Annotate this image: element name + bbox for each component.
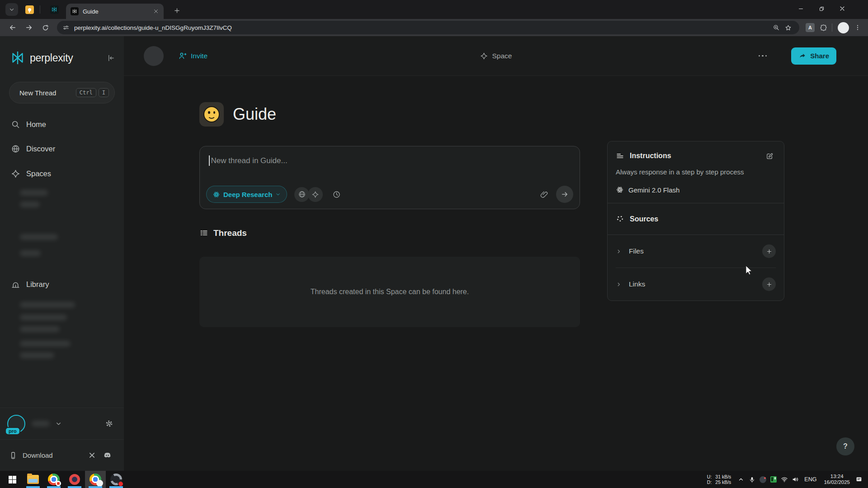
help-button[interactable]: ? bbox=[836, 437, 854, 455]
attach-file-button[interactable] bbox=[536, 187, 552, 202]
sidebar-item-home[interactable]: Home bbox=[6, 115, 118, 134]
address-bar[interactable]: perplexity.ai/collections/guide-u_nDISGg… bbox=[57, 21, 799, 34]
globe-icon bbox=[298, 190, 306, 198]
redacted-thread-title bbox=[20, 302, 75, 308]
composer-input[interactable]: New thread in Guide... bbox=[209, 155, 288, 166]
sidebar-collapse-button[interactable] bbox=[104, 51, 118, 65]
space-emoji-button[interactable] bbox=[199, 102, 224, 127]
more-options-button[interactable] bbox=[755, 52, 771, 61]
invite-button[interactable]: Invite bbox=[178, 52, 208, 60]
window-close-button[interactable] bbox=[832, 0, 853, 17]
sidebar-item-library[interactable]: Library bbox=[6, 275, 118, 294]
model-name: Gemini 2.0 Flash bbox=[628, 186, 679, 194]
wifi-icon bbox=[781, 476, 788, 483]
sources-section[interactable]: Sources bbox=[608, 203, 784, 235]
edit-pencil-icon bbox=[766, 152, 774, 160]
reload-button[interactable] bbox=[38, 21, 52, 34]
history-button[interactable] bbox=[329, 187, 344, 202]
obs-icon bbox=[110, 474, 122, 485]
sidebar-item-label: Discover bbox=[26, 145, 55, 153]
extensions-button[interactable] bbox=[817, 22, 829, 33]
sidebar-item-discover[interactable]: Discover bbox=[6, 139, 118, 158]
folder-icon bbox=[27, 475, 39, 484]
space-search-toggle[interactable] bbox=[308, 187, 323, 202]
chevron-down-icon[interactable] bbox=[55, 420, 62, 427]
language-indicator[interactable]: ENG bbox=[804, 476, 816, 483]
user-account-row[interactable]: pro bbox=[0, 408, 124, 439]
add-file-button[interactable] bbox=[762, 244, 776, 258]
forward-button[interactable] bbox=[22, 21, 36, 34]
user-avatar[interactable]: pro bbox=[7, 415, 25, 433]
clock-widget[interactable]: 13:24 16/02/2025 bbox=[824, 474, 850, 486]
browser-menu-button[interactable] bbox=[852, 22, 863, 33]
chevron-up-icon bbox=[738, 476, 744, 483]
kebab-menu-icon bbox=[854, 24, 861, 31]
add-link-button[interactable] bbox=[762, 277, 776, 291]
network-speed-widget[interactable]: U:31 kB/s D:25 kB/s bbox=[707, 474, 731, 485]
toolbar-separator bbox=[832, 23, 832, 32]
tray-expand-button[interactable] bbox=[736, 473, 746, 486]
composer-controls: Deep Research bbox=[206, 185, 573, 203]
submit-button[interactable] bbox=[556, 186, 573, 203]
x-social-button[interactable] bbox=[84, 448, 99, 463]
brand-wordmark[interactable]: perplexity bbox=[30, 52, 104, 64]
extension-a-button[interactable]: A bbox=[806, 23, 815, 32]
space-breadcrumb[interactable]: Space bbox=[480, 52, 512, 60]
site-info-icon[interactable] bbox=[62, 24, 70, 31]
chevron-right-icon bbox=[616, 249, 622, 254]
tray-wifi[interactable] bbox=[779, 473, 790, 486]
search-icon bbox=[11, 120, 20, 129]
sparkle-icon bbox=[11, 169, 20, 178]
browser-profile-avatar[interactable] bbox=[838, 22, 849, 33]
taskbar-start-button[interactable] bbox=[2, 471, 23, 488]
window-restore-button[interactable] bbox=[811, 0, 832, 17]
url-text[interactable]: perplexity.ai/collections/guide-u_nDISGg… bbox=[74, 24, 770, 31]
smiley-emoji-icon bbox=[203, 106, 220, 122]
edit-instructions-button[interactable] bbox=[763, 150, 776, 162]
settings-button[interactable] bbox=[101, 416, 117, 432]
web-search-toggle[interactable] bbox=[294, 187, 309, 202]
tray-microphone[interactable] bbox=[746, 473, 757, 486]
back-button[interactable] bbox=[6, 21, 19, 34]
collaborator-avatar[interactable] bbox=[144, 46, 164, 66]
redacted-thread-title bbox=[20, 326, 60, 332]
space-details-panel: Instructions Always response in a step b… bbox=[607, 141, 784, 301]
bookmark-button[interactable] bbox=[782, 22, 794, 33]
window-minimize-button[interactable] bbox=[790, 0, 811, 17]
new-tab-button[interactable] bbox=[170, 4, 184, 17]
chrome-icon bbox=[48, 474, 60, 485]
share-button[interactable]: Share bbox=[791, 47, 836, 65]
download-link[interactable]: Download bbox=[23, 451, 84, 459]
pinned-tab-perplexity[interactable] bbox=[47, 2, 61, 17]
deep-research-mode-button[interactable]: Deep Research bbox=[206, 186, 287, 203]
tray-recorder-app[interactable] bbox=[757, 473, 768, 486]
zoom-button[interactable] bbox=[770, 22, 782, 33]
links-row[interactable]: Links bbox=[608, 268, 784, 300]
redacted-space-name bbox=[20, 234, 58, 240]
taskbar-chrome-active[interactable] bbox=[85, 471, 106, 488]
taskbar-file-explorer[interactable] bbox=[23, 471, 43, 488]
model-row[interactable]: Gemini 2.0 Flash bbox=[616, 186, 776, 194]
files-label: Files bbox=[629, 247, 644, 255]
windows-logo-icon bbox=[9, 476, 16, 483]
tray-volume[interactable] bbox=[790, 473, 801, 486]
sidebar-item-spaces[interactable]: Spaces bbox=[6, 164, 118, 183]
new-thread-composer[interactable]: New thread in Guide... Deep Research bbox=[199, 146, 580, 209]
tray-date: 16/02/2025 bbox=[824, 479, 850, 486]
perplexity-logo-icon[interactable] bbox=[10, 50, 25, 66]
taskbar-red-ring-app[interactable] bbox=[64, 471, 85, 488]
files-row[interactable]: Files bbox=[608, 235, 784, 267]
discord-social-button[interactable] bbox=[99, 448, 115, 463]
minimize-icon bbox=[797, 5, 804, 12]
tray-monitor-app[interactable] bbox=[768, 473, 779, 486]
notification-center-button[interactable] bbox=[854, 473, 864, 486]
browser-tab-active[interactable]: Guide bbox=[66, 4, 164, 19]
taskbar-chrome-1[interactable] bbox=[43, 471, 64, 488]
taskbar-obs[interactable] bbox=[106, 471, 127, 488]
puzzle-icon bbox=[820, 24, 827, 32]
new-thread-button[interactable]: New Thread Ctrl I bbox=[9, 82, 115, 103]
reload-icon bbox=[42, 24, 49, 32]
tab-search-button[interactable] bbox=[5, 3, 18, 16]
tab-close-icon[interactable] bbox=[153, 8, 159, 14]
pinned-tab-keep[interactable] bbox=[23, 2, 36, 17]
